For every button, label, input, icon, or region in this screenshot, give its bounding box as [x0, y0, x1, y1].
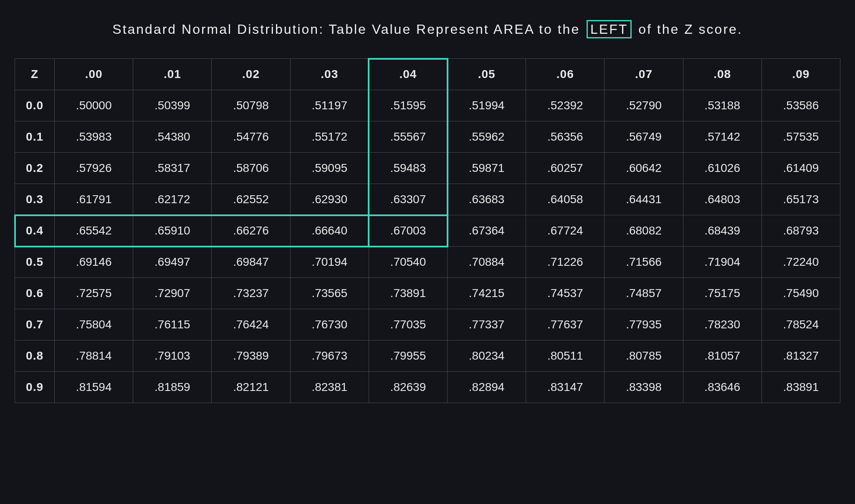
- table-row: 0.4.65542.65910.66276.66640.67003.67364.…: [15, 215, 840, 247]
- title-post: of the Z score.: [638, 22, 743, 37]
- table-cell: .77637: [526, 309, 605, 340]
- z-table: Z.00.01.02.03.04.05.06.07.08.09 0.0.5000…: [15, 58, 840, 403]
- table-cell: .56356: [526, 121, 605, 153]
- table-cell: .69497: [133, 247, 212, 278]
- table-cell: .55567: [369, 121, 447, 153]
- table-cell: .65542: [55, 215, 133, 247]
- table-cell: .81057: [683, 340, 761, 372]
- title-pre: Standard Normal Distribution: Table Valu…: [112, 22, 580, 37]
- table-cell: .64431: [605, 184, 683, 215]
- table-cell: .64058: [526, 184, 605, 215]
- table-cell: .77935: [605, 309, 683, 340]
- table-cell: .64803: [683, 184, 761, 215]
- table-row-header: 0.1: [15, 121, 55, 153]
- table-col-header: .07: [605, 59, 683, 90]
- table-col-header: .05: [448, 59, 526, 90]
- table-cell: .68439: [683, 215, 761, 247]
- table-row: 0.7.75804.76115.76424.76730.77035.77337.…: [15, 309, 840, 340]
- table-cell: .57142: [683, 121, 761, 153]
- table-cell: .51197: [290, 90, 369, 121]
- table-cell: .59483: [369, 153, 447, 184]
- table-cell: .59095: [290, 153, 369, 184]
- table-cell: .61409: [761, 153, 840, 184]
- table-row-header: 0.2: [15, 153, 55, 184]
- table-cell: .62172: [133, 184, 212, 215]
- table-cell: .61026: [683, 153, 761, 184]
- table-cell: .71566: [605, 247, 683, 278]
- table-cell: .70540: [369, 247, 447, 278]
- table-cell: .69146: [55, 247, 133, 278]
- table-row: 0.3.61791.62172.62552.62930.63307.63683.…: [15, 184, 840, 215]
- table-row-header: 0.4: [15, 215, 55, 247]
- title-boxed-word: LEFT: [587, 20, 632, 38]
- table-cell: .57926: [55, 153, 133, 184]
- table-cell: .75490: [761, 278, 840, 309]
- table-cell: .81327: [761, 340, 840, 372]
- table-col-header: .02: [212, 59, 290, 90]
- table-col-header: .03: [290, 59, 369, 90]
- table-cell: .78230: [683, 309, 761, 340]
- table-cell: .83891: [761, 372, 840, 403]
- table-row: 0.8.78814.79103.79389.79673.79955.80234.…: [15, 340, 840, 372]
- table-cell: .62552: [212, 184, 290, 215]
- table-cell: .55172: [290, 121, 369, 153]
- table-cell: .51994: [448, 90, 526, 121]
- table-cell: .60257: [526, 153, 605, 184]
- table-cell: .79673: [290, 340, 369, 372]
- table-cell: .55962: [448, 121, 526, 153]
- table-cell: .83398: [605, 372, 683, 403]
- table-cell: .67003: [369, 215, 447, 247]
- page-title: Standard Normal Distribution: Table Valu…: [15, 20, 840, 38]
- table-col-header: .08: [683, 59, 761, 90]
- table-cell: .53586: [761, 90, 840, 121]
- table-cell: .73565: [290, 278, 369, 309]
- table-cell: .76424: [212, 309, 290, 340]
- table-col-header: .06: [526, 59, 605, 90]
- table-cell: .52392: [526, 90, 605, 121]
- table-cell: .72907: [133, 278, 212, 309]
- table-cell: .83646: [683, 372, 761, 403]
- z-table-container: Z.00.01.02.03.04.05.06.07.08.09 0.0.5000…: [15, 58, 840, 403]
- table-cell: .51595: [369, 90, 447, 121]
- table-cell: .67364: [448, 215, 526, 247]
- table-cell: .72575: [55, 278, 133, 309]
- table-header-row: Z.00.01.02.03.04.05.06.07.08.09: [15, 59, 840, 90]
- table-cell: .76115: [133, 309, 212, 340]
- table-cell: .79103: [133, 340, 212, 372]
- table-cell: .66640: [290, 215, 369, 247]
- table-cell: .68082: [605, 215, 683, 247]
- table-cell: .63683: [448, 184, 526, 215]
- table-cell: .78814: [55, 340, 133, 372]
- table-cell: .82894: [448, 372, 526, 403]
- table-cell: .77035: [369, 309, 447, 340]
- table-cell: .58706: [212, 153, 290, 184]
- table-cell: .80785: [605, 340, 683, 372]
- table-cell: .81594: [55, 372, 133, 403]
- table-cell: .81859: [133, 372, 212, 403]
- table-row-header: 0.9: [15, 372, 55, 403]
- table-cell: .50000: [55, 90, 133, 121]
- table-cell: .62930: [290, 184, 369, 215]
- table-row-header: 0.0: [15, 90, 55, 121]
- table-cell: .67724: [526, 215, 605, 247]
- table-row: 0.5.69146.69497.69847.70194.70540.70884.…: [15, 247, 840, 278]
- table-cell: .79389: [212, 340, 290, 372]
- table-cell: .82121: [212, 372, 290, 403]
- table-cell: .60642: [605, 153, 683, 184]
- table-cell: .61791: [55, 184, 133, 215]
- table-col-header: .04: [369, 59, 447, 90]
- table-corner-label: Z: [15, 59, 55, 90]
- table-cell: .68793: [761, 215, 840, 247]
- table-cell: .54380: [133, 121, 212, 153]
- table-cell: .65173: [761, 184, 840, 215]
- table-cell: .71226: [526, 247, 605, 278]
- table-cell: .57535: [761, 121, 840, 153]
- table-cell: .53983: [55, 121, 133, 153]
- table-cell: .58317: [133, 153, 212, 184]
- table-row-header: 0.5: [15, 247, 55, 278]
- table-cell: .82381: [290, 372, 369, 403]
- table-cell: .80234: [448, 340, 526, 372]
- table-cell: .73891: [369, 278, 447, 309]
- table-cell: .80511: [526, 340, 605, 372]
- table-cell: .65910: [133, 215, 212, 247]
